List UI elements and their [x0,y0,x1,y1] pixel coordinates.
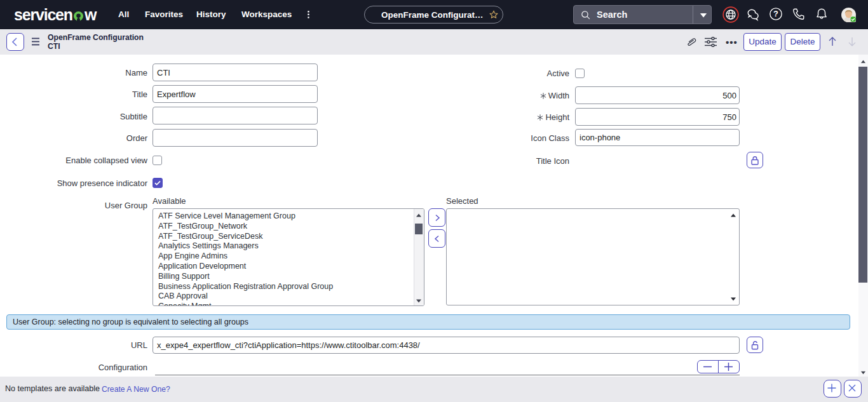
svg-text:?: ? [773,9,778,18]
